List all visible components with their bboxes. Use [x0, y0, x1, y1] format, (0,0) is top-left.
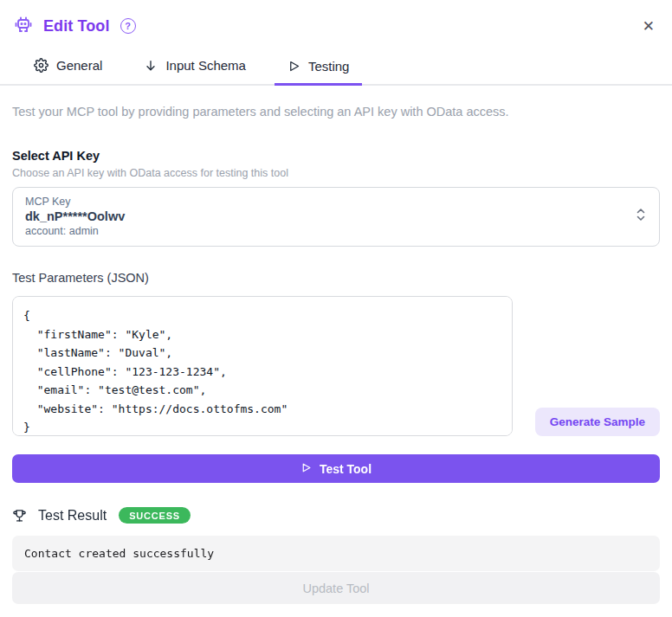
tab-general[interactable]: General	[21, 50, 115, 84]
test-tool-button-label: Test Tool	[320, 462, 372, 476]
update-tool-button[interactable]: Update Tool	[12, 572, 660, 604]
api-key-account: account: admin	[25, 225, 635, 237]
dialog-header: Edit Tool ? ✕	[0, 0, 672, 38]
tab-bar: General Input Schema Testing	[0, 50, 672, 86]
api-key-hint: Choose an API key with OData access for …	[12, 167, 660, 179]
tab-input-schema-label: Input Schema	[165, 58, 246, 73]
panel-description: Test your MCP tool by providing paramete…	[12, 105, 660, 119]
chevron-up-down-icon	[635, 207, 647, 226]
api-key-select[interactable]: MCP Key dk_nP*****Oolwv account: admin	[12, 187, 660, 247]
testing-panel: Test your MCP tool by providing paramete…	[0, 105, 672, 571]
tab-testing-label: Testing	[308, 59, 350, 74]
test-parameters-input[interactable]	[12, 296, 513, 436]
play-icon	[288, 60, 300, 73]
test-parameters-label: Test Parameters (JSON)	[12, 271, 660, 285]
robot-icon	[12, 15, 35, 37]
close-icon[interactable]: ✕	[639, 17, 658, 35]
test-result-title: Test Result	[38, 508, 107, 524]
gear-icon	[34, 58, 48, 73]
api-key-masked-value: dk_nP*****Oolwv	[25, 209, 635, 223]
tab-input-schema[interactable]: Input Schema	[131, 50, 259, 84]
edit-tool-dialog: Edit Tool ? ✕ General Input Schema	[0, 0, 672, 617]
tab-testing[interactable]: Testing	[275, 50, 363, 86]
help-icon[interactable]: ?	[120, 18, 136, 34]
generate-sample-button[interactable]: Generate Sample	[535, 408, 660, 436]
test-tool-button[interactable]: Test Tool	[12, 454, 660, 483]
trophy-icon	[12, 508, 27, 523]
play-icon	[300, 462, 312, 476]
test-result-header: Test Result SUCCESS	[12, 507, 660, 524]
arrow-down-icon	[144, 59, 158, 73]
api-key-label: Select API Key	[12, 149, 660, 163]
status-badge: SUCCESS	[119, 507, 191, 524]
test-result-output: Contact created successfully	[12, 536, 660, 571]
api-key-type: MCP Key	[25, 196, 635, 208]
tab-general-label: General	[56, 58, 102, 73]
dialog-title: Edit Tool	[43, 17, 110, 35]
